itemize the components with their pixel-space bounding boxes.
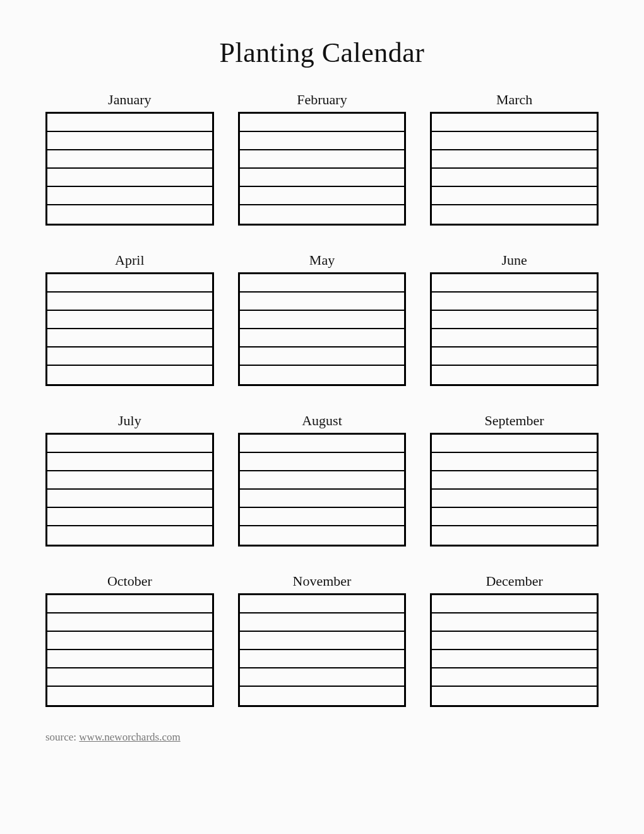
month-row (47, 490, 212, 508)
month-row (432, 311, 597, 329)
month-row (240, 311, 405, 329)
month-row (47, 595, 212, 613)
month-row (432, 471, 597, 490)
month-cell: March (430, 92, 599, 226)
month-label: October (45, 573, 214, 589)
month-row (47, 150, 212, 169)
month-row (47, 311, 212, 329)
month-row (240, 187, 405, 205)
month-row (47, 435, 212, 453)
month-row (47, 366, 212, 384)
month-row (432, 595, 597, 613)
month-rows (45, 272, 214, 386)
month-row (432, 490, 597, 508)
month-row (240, 595, 405, 613)
month-row (47, 526, 212, 545)
month-row (432, 613, 597, 632)
month-cell: November (238, 573, 407, 707)
month-cell: September (430, 413, 599, 547)
month-cell: October (45, 573, 214, 707)
month-row (47, 508, 212, 526)
month-row (432, 348, 597, 366)
month-row (47, 613, 212, 632)
month-row (240, 632, 405, 650)
month-row (240, 293, 405, 311)
month-row (47, 169, 212, 187)
month-cell: April (45, 252, 214, 386)
month-rows (45, 433, 214, 547)
month-cell: June (430, 252, 599, 386)
month-row (432, 526, 597, 545)
month-rows (430, 593, 599, 707)
month-row (240, 114, 405, 132)
month-rows (45, 593, 214, 707)
month-row (432, 687, 597, 705)
month-row (240, 453, 405, 471)
month-row (240, 613, 405, 632)
month-row (240, 132, 405, 150)
calendar-grid: JanuaryFebruaryMarchAprilMayJuneJulyAugu… (45, 92, 599, 707)
month-row (47, 132, 212, 150)
month-label: December (430, 573, 599, 589)
month-row (432, 632, 597, 650)
month-row (432, 453, 597, 471)
month-row (432, 668, 597, 687)
month-row (47, 329, 212, 348)
month-row (47, 293, 212, 311)
month-row (240, 366, 405, 384)
month-row (432, 114, 597, 132)
month-label: August (238, 413, 407, 429)
month-row (47, 348, 212, 366)
month-row (240, 205, 405, 224)
month-cell: August (238, 413, 407, 547)
month-cell: July (45, 413, 214, 547)
month-rows (45, 112, 214, 226)
month-row (432, 366, 597, 384)
month-row (47, 668, 212, 687)
month-row (240, 274, 405, 293)
month-label: November (238, 573, 407, 589)
month-row (240, 169, 405, 187)
month-row (432, 169, 597, 187)
month-row (432, 205, 597, 224)
month-rows (238, 112, 407, 226)
month-row (432, 650, 597, 668)
month-row (47, 453, 212, 471)
month-rows (430, 272, 599, 386)
month-row (432, 187, 597, 205)
month-cell: February (238, 92, 407, 226)
source-label: source: (45, 731, 79, 743)
month-row (432, 329, 597, 348)
month-row (240, 329, 405, 348)
month-row (47, 274, 212, 293)
month-row (240, 687, 405, 705)
month-row (240, 490, 405, 508)
month-rows (430, 433, 599, 547)
page-title: Planting Calendar (45, 37, 599, 69)
month-row (240, 508, 405, 526)
month-rows (238, 272, 407, 386)
month-row (240, 435, 405, 453)
month-row (47, 114, 212, 132)
month-row (47, 632, 212, 650)
month-label: February (238, 92, 407, 108)
month-label: May (238, 252, 407, 269)
month-row (47, 205, 212, 224)
month-label: January (45, 92, 214, 108)
month-row (432, 293, 597, 311)
month-label: September (430, 413, 599, 429)
month-row (432, 435, 597, 453)
month-row (432, 150, 597, 169)
month-row (47, 687, 212, 705)
month-row (240, 526, 405, 545)
month-label: July (45, 413, 214, 429)
source-link[interactable]: www.neworchards.com (79, 731, 180, 743)
month-row (432, 274, 597, 293)
month-row (240, 668, 405, 687)
month-cell: May (238, 252, 407, 386)
month-cell: December (430, 573, 599, 707)
month-row (47, 471, 212, 490)
month-row (47, 187, 212, 205)
month-row (240, 150, 405, 169)
month-row (240, 471, 405, 490)
